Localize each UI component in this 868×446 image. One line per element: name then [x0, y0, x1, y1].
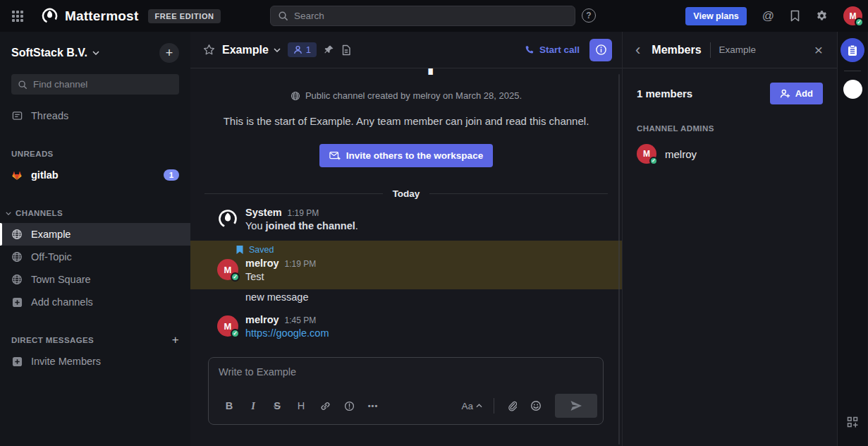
show-formatting-button[interactable]: Aa: [457, 398, 487, 414]
italic-button[interactable]: I: [243, 395, 264, 416]
message-followup[interactable]: new message: [190, 289, 622, 305]
members-panel-header: ‹ Members Example ×: [623, 32, 837, 68]
heading-button[interactable]: H: [291, 395, 312, 416]
message-timestamp: 1:19 PM: [285, 259, 317, 269]
exclamation-circle-icon: [344, 401, 355, 411]
globe-icon: [11, 274, 23, 285]
topbar-actions: View plans @ M ✓: [685, 0, 862, 32]
global-header: Mattermost FREE EDITION ? View plans @ M…: [0, 0, 868, 32]
user-avatar[interactable]: M ✓: [843, 6, 862, 25]
add-browse-channels-button[interactable]: +: [159, 43, 179, 63]
channels-section-label[interactable]: CHANNELS: [0, 203, 190, 223]
globe-icon: [291, 91, 300, 101]
priority-button[interactable]: [338, 395, 360, 416]
app-bar: [837, 32, 867, 446]
online-status-icon: ✓: [649, 157, 658, 165]
search-input[interactable]: [294, 11, 568, 21]
strikethrough-button[interactable]: S: [267, 395, 288, 416]
team-header: SoftStack B.V. +: [0, 32, 190, 70]
pinned-posts-icon[interactable]: [324, 44, 334, 55]
send-icon: [570, 400, 582, 411]
new-direct-message-button[interactable]: +: [172, 333, 179, 347]
user-avatar[interactable]: M ✓: [217, 315, 238, 337]
link-icon: [320, 401, 331, 411]
message[interactable]: M ✓ melroy 1:19 PM Test: [190, 258, 622, 284]
sidebar-item-gitlab[interactable]: gitlab 1: [0, 164, 190, 186]
message-composer: B I S H ••• Aa: [208, 357, 604, 425]
gitlab-icon: [11, 169, 23, 181]
link-button[interactable]: [314, 395, 336, 416]
emoji-picker-button[interactable]: [525, 395, 546, 416]
message-text: You joined the channel.: [245, 220, 605, 231]
phone-icon: [524, 45, 534, 55]
find-channel[interactable]: [11, 74, 179, 95]
message-timestamp: 1:45 PM: [285, 315, 317, 325]
sidebar-item-example[interactable]: Example: [0, 223, 190, 246]
online-status-icon: ✓: [855, 18, 864, 27]
channel-files-icon[interactable]: [341, 44, 351, 56]
channel-admins-label: CHANNEL ADMINS: [623, 109, 837, 140]
attach-file-button[interactable]: [501, 395, 522, 416]
unreads-section-label: UNREADS: [0, 144, 190, 164]
scrollbar[interactable]: [618, 74, 620, 445]
sidebar-item-town-square[interactable]: Town Square: [0, 268, 190, 291]
team-menu-button[interactable]: SoftStack B.V.: [11, 47, 99, 59]
bold-button[interactable]: B: [219, 395, 240, 416]
info-icon: [595, 44, 607, 56]
help-icon[interactable]: ?: [582, 8, 596, 23]
invite-others-button[interactable]: Invite others to the workspace: [319, 144, 493, 167]
channel-title-menu[interactable]: Example: [222, 44, 281, 56]
channel-members-button[interactable]: 1: [288, 42, 317, 57]
find-channel-input[interactable]: [33, 79, 173, 90]
saved-message-block: Saved M ✓ melroy 1:19 PM Test: [190, 241, 622, 289]
member-name: melroy: [665, 148, 697, 160]
composer-toolbar: B I S H ••• Aa: [209, 392, 603, 424]
saved-flag: Saved: [190, 245, 622, 258]
member-count-label: 1 members: [637, 88, 692, 100]
playbooks-app-icon[interactable]: [841, 38, 864, 62]
member-row-melroy[interactable]: M ✓ melroy: [623, 140, 837, 168]
channel-info-button[interactable]: [589, 39, 612, 61]
message-author[interactable]: melroy: [245, 258, 279, 269]
message-link[interactable]: https://google.com: [245, 327, 329, 339]
panel-subtitle: Example: [719, 44, 757, 55]
app-marketplace-icon[interactable]: [847, 416, 858, 428]
channel-sidebar: SoftStack B.V. + Threads UNREADS: [0, 32, 190, 446]
sidebar-item-off-topic[interactable]: Off-Topic: [0, 246, 190, 268]
sidebar-item-threads[interactable]: Threads: [0, 104, 190, 127]
system-message[interactable]: System 1:19 PM You joined the channel.: [190, 203, 622, 235]
back-button[interactable]: ‹: [632, 42, 643, 58]
view-plans-button[interactable]: View plans: [685, 7, 746, 25]
favorite-star-icon[interactable]: [203, 44, 215, 56]
person-plus-icon: [780, 89, 790, 99]
custom-app-icon[interactable]: [843, 80, 862, 99]
chevron-down-icon: [92, 51, 99, 55]
saved-posts-icon[interactable]: [790, 10, 800, 22]
search-icon: [278, 11, 288, 21]
add-members-button[interactable]: Add: [770, 83, 823, 104]
message[interactable]: M ✓ melroy 1:45 PM https://google.com: [190, 311, 622, 342]
close-panel-button[interactable]: ×: [812, 42, 826, 59]
send-message-button[interactable]: [555, 394, 597, 418]
saved-label: Saved: [249, 245, 274, 255]
clipboard-icon: [847, 44, 858, 56]
global-search[interactable]: [270, 6, 575, 26]
message-text: Test: [245, 271, 605, 282]
settings-gear-icon[interactable]: [816, 10, 828, 22]
user-avatar[interactable]: M ✓: [217, 259, 238, 280]
invite-members-button[interactable]: Invite Members: [0, 350, 190, 373]
globe-icon: [11, 229, 23, 240]
add-channels-button[interactable]: Add channels: [0, 291, 190, 313]
message-author[interactable]: melroy: [245, 314, 279, 325]
message-input[interactable]: [209, 358, 603, 392]
mentions-icon[interactable]: @: [762, 9, 774, 23]
chevron-down-icon: [6, 212, 11, 215]
message-list[interactable]: Example Public channel created by melroy…: [190, 68, 622, 357]
channel-intro-description: This is the start of Example. Any team m…: [190, 115, 622, 127]
product-switcher-icon[interactable]: [6, 4, 30, 28]
start-call-button[interactable]: Start call: [524, 44, 580, 55]
more-formatting-button[interactable]: •••: [362, 395, 384, 416]
date-divider-label: Today: [393, 188, 420, 199]
threads-icon: [11, 111, 23, 121]
mattermost-logo: Mattermost: [41, 7, 138, 25]
